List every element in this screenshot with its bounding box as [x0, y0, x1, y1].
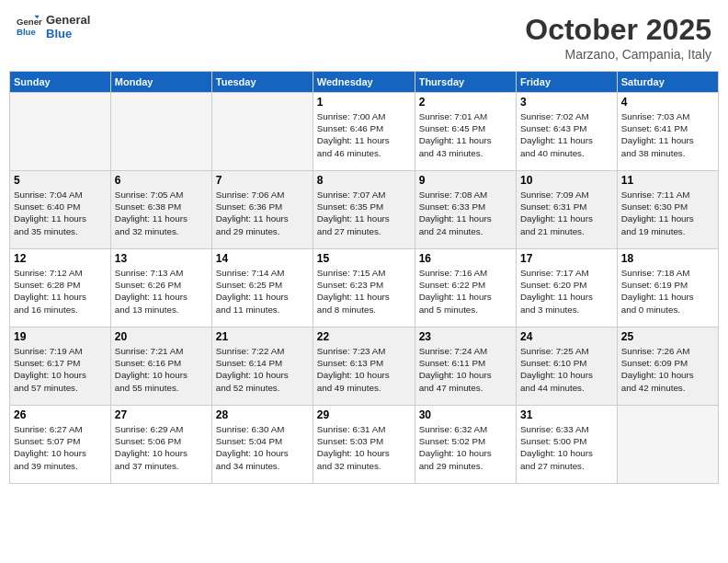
cell-daylight-info: Sunrise: 7:05 AMSunset: 6:38 PMDaylight:… — [115, 189, 208, 237]
logo-blue-text: Blue — [46, 27, 90, 40]
day-number: 30 — [419, 408, 512, 421]
svg-text:General: General — [17, 17, 42, 27]
day-number: 8 — [317, 174, 411, 187]
cell-daylight-info: Sunrise: 7:09 AMSunset: 6:31 PMDaylight:… — [520, 189, 613, 237]
cell-daylight-info: Sunrise: 7:14 AMSunset: 6:25 PMDaylight:… — [216, 267, 309, 316]
calendar-cell: 9Sunrise: 7:08 AMSunset: 6:33 PMDaylight… — [415, 171, 516, 249]
calendar-cell: 8Sunrise: 7:07 AMSunset: 6:35 PMDaylight… — [313, 171, 415, 249]
cell-daylight-info: Sunrise: 7:13 AMSunset: 6:26 PMDaylight:… — [115, 267, 208, 316]
cell-daylight-info: Sunrise: 7:17 AMSunset: 6:20 PMDaylight:… — [520, 267, 613, 316]
cell-daylight-info: Sunrise: 7:22 AMSunset: 6:14 PMDaylight:… — [216, 345, 309, 394]
day-number: 27 — [115, 408, 208, 421]
day-number: 13 — [115, 252, 208, 265]
calendar-week-row: 19Sunrise: 7:19 AMSunset: 6:17 PMDayligh… — [10, 327, 719, 406]
calendar-cell: 11Sunrise: 7:11 AMSunset: 6:30 PMDayligh… — [617, 171, 718, 249]
calendar-cell: 26Sunrise: 6:27 AMSunset: 5:07 PMDayligh… — [10, 406, 111, 484]
location-subtitle: Marzano, Campania, Italy — [525, 47, 711, 62]
calendar-cell: 15Sunrise: 7:15 AMSunset: 6:23 PMDayligh… — [313, 249, 415, 327]
calendar-cell: 10Sunrise: 7:09 AMSunset: 6:31 PMDayligh… — [516, 171, 617, 249]
cell-daylight-info: Sunrise: 6:27 AMSunset: 5:07 PMDaylight:… — [14, 423, 107, 472]
day-number: 26 — [14, 408, 107, 421]
cell-daylight-info: Sunrise: 7:26 AMSunset: 6:09 PMDaylight:… — [621, 345, 714, 394]
calendar-cell: 23Sunrise: 7:24 AMSunset: 6:11 PMDayligh… — [415, 327, 516, 406]
day-number: 3 — [520, 96, 613, 109]
logo: General Blue General Blue — [17, 13, 90, 40]
month-title: October 2025 — [525, 13, 711, 47]
calendar-cell: 4Sunrise: 7:03 AMSunset: 6:41 PMDaylight… — [617, 93, 718, 171]
calendar-cell: 5Sunrise: 7:04 AMSunset: 6:40 PMDaylight… — [10, 171, 111, 249]
calendar-cell: 3Sunrise: 7:02 AMSunset: 6:43 PMDaylight… — [516, 93, 617, 171]
cell-daylight-info: Sunrise: 7:24 AMSunset: 6:11 PMDaylight:… — [419, 345, 512, 394]
weekday-header: Saturday — [617, 72, 718, 93]
calendar-cell: 31Sunrise: 6:33 AMSunset: 5:00 PMDayligh… — [516, 406, 617, 484]
cell-daylight-info: Sunrise: 6:33 AMSunset: 5:00 PMDaylight:… — [520, 423, 613, 472]
cell-daylight-info: Sunrise: 7:01 AMSunset: 6:45 PMDaylight:… — [419, 110, 512, 159]
day-number: 22 — [317, 330, 411, 343]
day-number: 5 — [14, 174, 107, 187]
calendar-week-row: 1Sunrise: 7:00 AMSunset: 6:46 PMDaylight… — [10, 93, 719, 171]
calendar-cell: 28Sunrise: 6:30 AMSunset: 5:04 PMDayligh… — [211, 406, 313, 484]
svg-text:Blue: Blue — [17, 27, 36, 37]
logo-general-text: General — [46, 13, 90, 27]
day-number: 15 — [317, 252, 411, 265]
calendar-week-row: 26Sunrise: 6:27 AMSunset: 5:07 PMDayligh… — [10, 406, 719, 484]
day-number: 11 — [621, 174, 714, 187]
calendar-cell: 24Sunrise: 7:25 AMSunset: 6:10 PMDayligh… — [516, 327, 617, 406]
calendar-cell: 19Sunrise: 7:19 AMSunset: 6:17 PMDayligh… — [10, 327, 111, 406]
cell-daylight-info: Sunrise: 7:04 AMSunset: 6:40 PMDaylight:… — [14, 189, 107, 237]
cell-daylight-info: Sunrise: 7:19 AMSunset: 6:17 PMDaylight:… — [14, 345, 107, 394]
calendar-cell: 1Sunrise: 7:00 AMSunset: 6:46 PMDaylight… — [313, 93, 415, 171]
weekday-header: Sunday — [10, 72, 111, 93]
day-number: 14 — [216, 252, 309, 265]
day-number: 23 — [419, 330, 512, 343]
cell-daylight-info: Sunrise: 7:08 AMSunset: 6:33 PMDaylight:… — [419, 189, 512, 237]
calendar-cell: 13Sunrise: 7:13 AMSunset: 6:26 PMDayligh… — [110, 249, 211, 327]
calendar-cell: 12Sunrise: 7:12 AMSunset: 6:28 PMDayligh… — [10, 249, 111, 327]
cell-daylight-info: Sunrise: 7:07 AMSunset: 6:35 PMDaylight:… — [317, 189, 411, 237]
day-number: 7 — [216, 174, 309, 187]
weekday-header: Friday — [516, 72, 617, 93]
calendar-cell — [10, 93, 111, 171]
calendar-cell: 6Sunrise: 7:05 AMSunset: 6:38 PMDaylight… — [110, 171, 211, 249]
weekday-header: Thursday — [415, 72, 516, 93]
calendar-cell: 25Sunrise: 7:26 AMSunset: 6:09 PMDayligh… — [617, 327, 718, 406]
calendar-table: SundayMondayTuesdayWednesdayThursdayFrid… — [9, 71, 719, 484]
calendar-cell: 27Sunrise: 6:29 AMSunset: 5:06 PMDayligh… — [110, 406, 211, 484]
cell-daylight-info: Sunrise: 7:00 AMSunset: 6:46 PMDaylight:… — [317, 110, 411, 159]
day-number: 19 — [14, 330, 107, 343]
logo-icon: General Blue — [17, 14, 42, 40]
calendar-week-row: 12Sunrise: 7:12 AMSunset: 6:28 PMDayligh… — [10, 249, 719, 327]
calendar-cell: 21Sunrise: 7:22 AMSunset: 6:14 PMDayligh… — [211, 327, 313, 406]
day-number: 31 — [520, 408, 613, 421]
calendar-cell — [110, 93, 211, 171]
cell-daylight-info: Sunrise: 7:12 AMSunset: 6:28 PMDaylight:… — [14, 267, 107, 316]
calendar-cell: 17Sunrise: 7:17 AMSunset: 6:20 PMDayligh… — [516, 249, 617, 327]
day-number: 20 — [115, 330, 208, 343]
calendar-cell — [211, 93, 313, 171]
day-number: 12 — [14, 252, 107, 265]
calendar-cell — [617, 406, 718, 484]
day-number: 6 — [115, 174, 208, 187]
day-number: 28 — [216, 408, 309, 421]
day-number: 16 — [419, 252, 512, 265]
day-number: 29 — [317, 408, 411, 421]
weekday-header: Wednesday — [313, 72, 415, 93]
calendar-cell: 16Sunrise: 7:16 AMSunset: 6:22 PMDayligh… — [415, 249, 516, 327]
cell-daylight-info: Sunrise: 7:21 AMSunset: 6:16 PMDaylight:… — [115, 345, 208, 394]
cell-daylight-info: Sunrise: 6:29 AMSunset: 5:06 PMDaylight:… — [115, 423, 208, 472]
weekday-header: Monday — [110, 72, 211, 93]
day-number: 2 — [419, 96, 512, 109]
cell-daylight-info: Sunrise: 7:02 AMSunset: 6:43 PMDaylight:… — [520, 110, 613, 159]
cell-daylight-info: Sunrise: 6:32 AMSunset: 5:02 PMDaylight:… — [419, 423, 512, 472]
cell-daylight-info: Sunrise: 7:23 AMSunset: 6:13 PMDaylight:… — [317, 345, 411, 394]
page-header: General Blue General Blue October 2025 M… — [9, 9, 719, 65]
calendar-week-row: 5Sunrise: 7:04 AMSunset: 6:40 PMDaylight… — [10, 171, 719, 249]
day-number: 4 — [621, 96, 714, 109]
calendar-cell: 29Sunrise: 6:31 AMSunset: 5:03 PMDayligh… — [313, 406, 415, 484]
cell-daylight-info: Sunrise: 6:30 AMSunset: 5:04 PMDaylight:… — [216, 423, 309, 472]
day-number: 25 — [621, 330, 714, 343]
calendar-cell: 22Sunrise: 7:23 AMSunset: 6:13 PMDayligh… — [313, 327, 415, 406]
calendar-cell: 14Sunrise: 7:14 AMSunset: 6:25 PMDayligh… — [211, 249, 313, 327]
cell-daylight-info: Sunrise: 7:15 AMSunset: 6:23 PMDaylight:… — [317, 267, 411, 316]
cell-daylight-info: Sunrise: 7:25 AMSunset: 6:10 PMDaylight:… — [520, 345, 613, 394]
